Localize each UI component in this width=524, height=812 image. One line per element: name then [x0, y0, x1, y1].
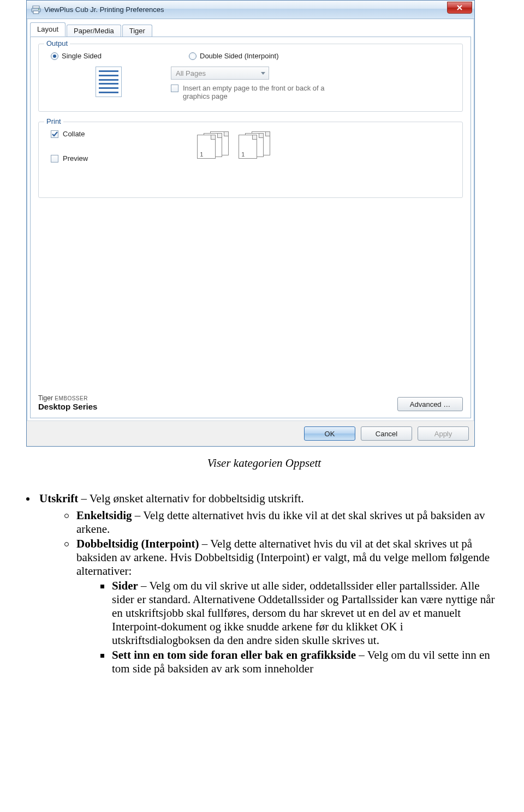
- apply-label: Apply: [434, 430, 452, 438]
- ok-button[interactable]: OK: [304, 426, 355, 441]
- checkbox-preview-label: Preview: [63, 154, 88, 163]
- list-item: Enkeltsidig – Velg dette alternativet hv…: [64, 509, 502, 536]
- pages-dropdown-value: All Pages: [176, 69, 206, 77]
- radio-double-sided[interactable]: Double Sided (Interpoint): [189, 52, 279, 60]
- page-preview-icon: [96, 67, 122, 97]
- advanced-button[interactable]: Advanced …: [397, 397, 463, 411]
- checkbox-insert-empty-page[interactable]: Insert an empty page to the front or bac…: [171, 84, 335, 100]
- branding-tiger: Tiger: [38, 394, 53, 402]
- checkbox-icon: [51, 130, 58, 138]
- bullet-icon: [64, 514, 69, 518]
- figure-caption: Viser kategorien Oppsett: [26, 456, 502, 470]
- ok-label: OK: [325, 430, 335, 438]
- group-output-legend: Output: [44, 39, 70, 47]
- text-bold: Dobbeltsidig (Interpoint): [76, 537, 199, 550]
- dialog-title: ViewPlus Cub Jr. Printing Preferences: [44, 5, 164, 14]
- svg-point-3: [38, 9, 39, 10]
- svg-rect-0: [33, 6, 39, 8]
- radio-double-label: Double Sided (Interpoint): [200, 52, 279, 60]
- checkbox-collate[interactable]: Collate: [51, 130, 88, 138]
- document-body: Viser kategorien Oppsett Utskrift – Velg…: [26, 456, 502, 676]
- dialog-button-row: OK Cancel Apply: [27, 420, 474, 446]
- list-item: Sider – Velg om du vil skrive ut alle si…: [100, 579, 502, 647]
- text: – Velg ønsket alternativ for dobbeltsidi…: [78, 492, 304, 505]
- chevron-down-icon: [261, 72, 265, 75]
- bullet-icon: [100, 585, 104, 588]
- close-button[interactable]: [447, 2, 472, 14]
- group-print-legend: Print: [44, 117, 63, 125]
- checkbox-insert-label: Insert an empty page to the front or bac…: [183, 84, 335, 100]
- list-item: Utskrift – Velg ønsket alternativ for do…: [26, 492, 502, 506]
- titlebar: ViewPlus Cub Jr. Printing Preferences: [27, 1, 474, 19]
- checkbox-preview[interactable]: Preview: [51, 154, 88, 163]
- pages-dropdown[interactable]: All Pages: [171, 67, 269, 80]
- text-bold: Sett inn en tom side foran eller bak en …: [112, 648, 356, 661]
- group-output: Output Single Sided Double Sided (Interp…: [38, 44, 463, 112]
- list-item: Sett inn en tom side foran eller bak en …: [100, 648, 502, 676]
- apply-button[interactable]: Apply: [418, 426, 469, 441]
- checkbox-collate-label: Collate: [63, 130, 85, 138]
- radio-single-sided[interactable]: Single Sided: [51, 52, 102, 60]
- group-print: Print Collate Preview: [38, 122, 463, 198]
- tabpanel-layout: Output Single Sided Double Sided (Interp…: [30, 37, 471, 418]
- text-bold: Sider: [112, 579, 138, 592]
- text: – Velg dette alternativet hvis du ikke v…: [76, 509, 485, 536]
- bullet-icon: [64, 542, 69, 546]
- radio-dot-icon: [189, 52, 196, 60]
- text: – Velg om du vil skrive ut alle sider, o…: [112, 579, 495, 647]
- list-item: Dobbeltsidig (Interpoint) – Velg dette a…: [64, 537, 502, 578]
- collate-illustration: 3 2 1 3 2 1: [197, 131, 270, 161]
- cancel-label: Cancel: [376, 430, 397, 438]
- text-bold: Utskrift: [39, 492, 78, 505]
- branding: Tiger EMBOSSER Desktop Series: [38, 394, 97, 411]
- text-bold: Enkeltsidig: [76, 509, 132, 522]
- branding-series: Desktop Series: [38, 402, 97, 411]
- tab-tiger[interactable]: Tiger: [122, 25, 152, 37]
- cancel-button[interactable]: Cancel: [361, 426, 412, 441]
- checkbox-icon: [51, 155, 58, 163]
- radio-dot-icon: [51, 52, 58, 60]
- tab-layout[interactable]: Layout: [30, 22, 66, 37]
- tab-paper-media[interactable]: Paper/Media: [67, 25, 121, 37]
- checkbox-icon: [171, 85, 178, 92]
- bullet-icon: [26, 497, 29, 501]
- printer-icon: [31, 5, 41, 15]
- printing-preferences-dialog: ViewPlus Cub Jr. Printing Preferences La…: [26, 0, 475, 447]
- advanced-button-label: Advanced …: [410, 400, 450, 408]
- bullet-icon: [100, 654, 104, 658]
- branding-embosser: EMBOSSER: [55, 395, 88, 401]
- svg-rect-2: [33, 11, 39, 14]
- tabstrip: Layout Paper/Media Tiger: [30, 22, 471, 37]
- radio-single-label: Single Sided: [62, 52, 102, 60]
